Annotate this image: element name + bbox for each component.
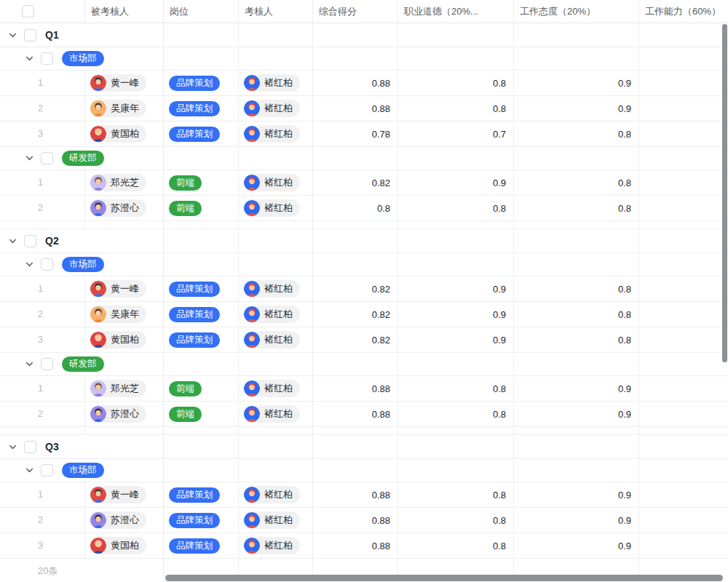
chevron-down-icon[interactable]: [24, 260, 34, 270]
chevron-down-icon[interactable]: [24, 466, 34, 476]
cell-position[interactable]: 品牌策划: [164, 327, 239, 352]
select-all-checkbox[interactable]: [22, 5, 34, 17]
cell-ethics[interactable]: 0.8: [398, 402, 514, 426]
cell-ability[interactable]: [639, 482, 728, 507]
department-checkbox[interactable]: [41, 464, 53, 477]
department-checkbox[interactable]: [41, 358, 53, 370]
cell-ability[interactable]: [639, 276, 728, 301]
chevron-down-icon[interactable]: [24, 154, 34, 164]
cell-position[interactable]: 品牌策划: [164, 482, 239, 507]
cell-position[interactable]: 品牌策划: [164, 508, 239, 533]
group-checkbox[interactable]: [24, 441, 36, 453]
cell-position[interactable]: 品牌策划: [164, 96, 239, 121]
cell-ethics[interactable]: 0.8: [398, 196, 514, 220]
column-header-assessor[interactable]: 考核人: [239, 0, 313, 23]
cell-ethics[interactable]: 0.8: [398, 482, 514, 507]
cell-score[interactable]: 0.82: [313, 170, 398, 195]
cell-assessor[interactable]: 褚红柏: [239, 170, 313, 195]
department-cell[interactable]: 市场部: [0, 253, 164, 276]
cell-position[interactable]: 品牌策划: [164, 71, 239, 95]
cell-attitude[interactable]: 0.8: [514, 302, 639, 327]
cell-position[interactable]: 前端: [164, 402, 239, 426]
cell-assessee[interactable]: 黄一峰: [85, 71, 164, 95]
cell-assessor[interactable]: 褚红柏: [239, 276, 313, 301]
cell-ability[interactable]: [639, 196, 728, 220]
cell-position[interactable]: 品牌策划: [164, 276, 239, 301]
cell-ability[interactable]: [639, 96, 728, 121]
cell-position[interactable]: 品牌策划: [164, 121, 239, 146]
group-checkbox[interactable]: [24, 235, 36, 247]
cell-ethics[interactable]: 0.9: [398, 276, 514, 301]
cell-assessee[interactable]: 黄一峰: [85, 276, 164, 301]
cell-score[interactable]: 0.88: [313, 376, 398, 401]
cell-position[interactable]: 前端: [164, 170, 239, 195]
cell-position[interactable]: 品牌策划: [164, 533, 239, 558]
cell-ability[interactable]: [639, 71, 728, 95]
cell-attitude[interactable]: 0.8: [514, 121, 639, 146]
vertical-scrollbar[interactable]: [722, 24, 727, 362]
group-cell[interactable]: Q3: [0, 435, 164, 458]
cell-position[interactable]: 品牌策划: [164, 302, 239, 327]
cell-ability[interactable]: [639, 170, 728, 195]
cell-assessee[interactable]: 吴康年: [85, 96, 164, 121]
cell-ethics[interactable]: 0.8: [398, 508, 514, 533]
cell-assessor[interactable]: 褚红柏: [239, 402, 313, 426]
cell-attitude[interactable]: 0.9: [514, 533, 639, 558]
department-cell[interactable]: 市场部: [0, 459, 164, 482]
cell-ethics[interactable]: 0.9: [398, 302, 514, 327]
cell-ethics[interactable]: 0.9: [398, 170, 514, 195]
cell-ability[interactable]: [639, 508, 728, 533]
cell-assessee[interactable]: 苏澄心: [85, 196, 164, 220]
cell-attitude[interactable]: 0.8: [514, 276, 639, 301]
horizontal-scrollbar[interactable]: [165, 575, 723, 581]
department-checkbox[interactable]: [41, 52, 53, 65]
cell-assessee[interactable]: 苏澄心: [85, 508, 164, 533]
cell-assessor[interactable]: 褚红柏: [239, 121, 313, 146]
cell-attitude[interactable]: 0.9: [514, 96, 639, 121]
cell-assessee[interactable]: 黄国柏: [85, 121, 164, 146]
cell-ethics[interactable]: 0.8: [398, 71, 514, 95]
cell-attitude[interactable]: 0.8: [514, 196, 639, 220]
cell-attitude[interactable]: 0.8: [514, 327, 639, 352]
cell-position[interactable]: 前端: [164, 376, 239, 401]
cell-assessee[interactable]: 黄国柏: [85, 327, 164, 352]
cell-ethics[interactable]: 0.8: [398, 96, 514, 121]
department-cell[interactable]: 研发部: [0, 353, 164, 375]
department-checkbox[interactable]: [41, 152, 53, 164]
cell-attitude[interactable]: 0.9: [514, 71, 639, 95]
cell-assessee[interactable]: 黄一峰: [85, 482, 164, 507]
cell-score[interactable]: 0.88: [313, 533, 398, 558]
cell-attitude[interactable]: 0.9: [514, 402, 639, 426]
cell-score[interactable]: 0.88: [313, 96, 398, 121]
cell-score[interactable]: 0.8: [313, 196, 398, 220]
chevron-down-icon[interactable]: [24, 359, 34, 370]
cell-score[interactable]: 0.88: [313, 508, 398, 533]
cell-attitude[interactable]: 0.9: [514, 376, 639, 401]
cell-ethics[interactable]: 0.8: [398, 376, 514, 401]
cell-assessor[interactable]: 褚红柏: [239, 482, 313, 507]
column-header-ability[interactable]: 工作能力（60%）: [639, 0, 728, 23]
cell-assessor[interactable]: 褚红柏: [239, 376, 313, 401]
cell-assessor[interactable]: 褚红柏: [239, 327, 313, 352]
group-checkbox[interactable]: [24, 29, 36, 41]
cell-score[interactable]: 0.78: [313, 121, 398, 146]
cell-score[interactable]: 0.88: [313, 402, 398, 426]
cell-assessee[interactable]: 黄国柏: [85, 533, 164, 558]
column-header-attitude[interactable]: 工作态度（20%）: [514, 0, 639, 23]
cell-ethics[interactable]: 0.7: [398, 121, 514, 146]
cell-assessor[interactable]: 褚红柏: [239, 71, 313, 95]
department-cell[interactable]: 市场部: [0, 47, 164, 70]
cell-ability[interactable]: [639, 121, 728, 146]
cell-ability[interactable]: [639, 302, 728, 327]
cell-attitude[interactable]: 0.8: [514, 170, 639, 195]
column-header-assessee[interactable]: 被考核人: [85, 0, 164, 23]
cell-ability[interactable]: [639, 327, 728, 352]
cell-position[interactable]: 前端: [164, 196, 239, 220]
cell-assessor[interactable]: 褚红柏: [239, 96, 313, 121]
cell-score[interactable]: 0.88: [313, 482, 398, 507]
column-header-score[interactable]: 综合得分: [313, 0, 398, 23]
chevron-down-icon[interactable]: [24, 54, 34, 64]
cell-assessor[interactable]: 褚红柏: [239, 302, 313, 327]
chevron-down-icon[interactable]: [7, 236, 17, 246]
cell-ethics[interactable]: 0.8: [398, 533, 514, 558]
